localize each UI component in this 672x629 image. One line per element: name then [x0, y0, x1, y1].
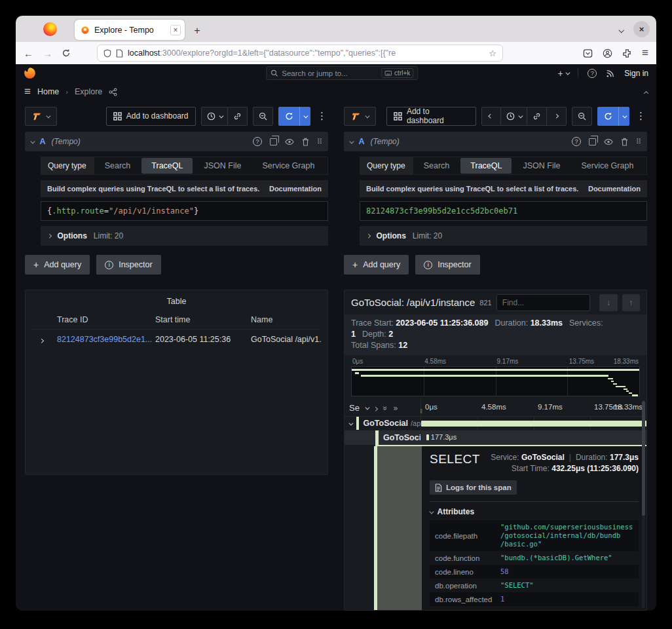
expand-all-icon[interactable]: »: [381, 406, 390, 410]
collapse-header-icon[interactable]: [645, 87, 648, 96]
time-picker-button[interactable]: [201, 107, 229, 126]
find-prev-button[interactable]: ↑: [622, 294, 640, 311]
span-collapse-icon[interactable]: [349, 421, 353, 425]
find-next-button[interactable]: ↓: [599, 294, 617, 311]
tab-json-file[interactable]: JSON File: [513, 158, 570, 174]
add-to-dashboard-button[interactable]: Add to dashboard: [106, 107, 196, 126]
documentation-link[interactable]: Documentation: [269, 185, 322, 193]
account-icon[interactable]: [603, 48, 612, 58]
tab-search[interactable]: Search: [95, 158, 141, 174]
span-row-root[interactable]: GoToSocial /api/v1/instance: [345, 417, 646, 430]
query-row-header[interactable]: A (Tempo) ? ⠿: [25, 132, 328, 151]
zoom-out-button[interactable]: [572, 107, 592, 126]
shield-icon[interactable]: [103, 49, 111, 58]
news-icon[interactable]: [606, 69, 615, 78]
search-input[interactable]: Search or jump to... ctrl+k: [266, 66, 418, 80]
help-icon[interactable]: ?: [588, 69, 597, 78]
copy-link-button[interactable]: [228, 107, 248, 126]
new-tab-button[interactable]: +: [190, 25, 204, 37]
panel-title[interactable]: Table: [32, 294, 321, 310]
inspector-button[interactable]: i Inspector: [96, 255, 160, 275]
traceql-query-input[interactable]: {.http.route = "/api/v1/instance"}: [41, 201, 328, 221]
column-header-name[interactable]: Name: [251, 315, 321, 324]
datasource-picker[interactable]: [344, 107, 376, 126]
row-expander-icon[interactable]: [32, 335, 57, 344]
add-query-button[interactable]: + Add query: [344, 255, 409, 275]
drag-handle-icon[interactable]: ⠿: [317, 138, 322, 146]
mega-menu-icon[interactable]: ≡: [24, 85, 31, 98]
grafana-logo[interactable]: [24, 67, 36, 79]
tab-json-file[interactable]: JSON File: [194, 158, 251, 174]
collapse-all-icon[interactable]: »: [394, 404, 398, 413]
zoom-out-button[interactable]: [253, 107, 273, 126]
list-tabs-icon[interactable]: [619, 24, 623, 35]
query-row-header[interactable]: A (Tempo) ? ⠿: [344, 132, 647, 151]
run-query-button[interactable]: [278, 107, 310, 126]
inspector-button[interactable]: i Inspector: [415, 255, 479, 275]
time-back-button[interactable]: [481, 107, 501, 126]
attributes-header[interactable]: Attributes: [430, 507, 639, 516]
options-row[interactable]: Options Limit: 20: [41, 226, 328, 246]
run-query-button[interactable]: [597, 107, 629, 126]
span-row-selected[interactable]: GoToSocial 177.3μs: [345, 430, 646, 445]
span-duration-bar[interactable]: [426, 434, 428, 440]
run-query-caret[interactable]: [618, 107, 629, 126]
pocket-icon[interactable]: [583, 48, 593, 58]
options-row[interactable]: Options Limit: 20: [360, 226, 647, 246]
back-icon[interactable]: ←: [24, 48, 33, 59]
trace-minimap[interactable]: 0μs4.58ms9.17ms13.75ms18.33ms: [351, 358, 640, 396]
documentation-link[interactable]: Documentation: [588, 185, 641, 193]
kebab-menu-icon[interactable]: ⋮: [635, 110, 647, 122]
breadcrumb-home[interactable]: Home: [37, 87, 59, 96]
extensions-icon[interactable]: [622, 48, 632, 58]
add-query-button[interactable]: + Add query: [25, 255, 90, 275]
traceql-query-input[interactable]: 82124873cf3e99b5d2e1cc5d2bc0eb71: [360, 201, 647, 221]
service-operation-header[interactable]: Se » » ‖: [345, 400, 421, 416]
new-menu-button[interactable]: +: [558, 68, 569, 79]
datasource-picker[interactable]: [25, 107, 57, 126]
tab-close-icon[interactable]: ×: [170, 25, 181, 35]
hide-query-icon[interactable]: [604, 138, 613, 145]
firefox-icon[interactable]: [43, 22, 57, 36]
duplicate-query-icon[interactable]: [589, 138, 596, 145]
minimap-canvas[interactable]: [351, 366, 640, 396]
page-info-icon[interactable]: [116, 49, 123, 58]
time-picker-button[interactable]: [501, 107, 528, 126]
query-help-icon[interactable]: ?: [253, 137, 262, 146]
copy-link-button[interactable]: [527, 107, 547, 126]
find-input[interactable]: Find...: [496, 294, 591, 311]
scrollbar-thumb[interactable]: [642, 401, 645, 516]
tab-service-graph[interactable]: Service Graph: [571, 158, 643, 174]
delete-query-icon[interactable]: [302, 138, 309, 146]
run-query-caret[interactable]: [299, 107, 310, 126]
forward-icon[interactable]: →: [43, 48, 52, 59]
kebab-menu-icon[interactable]: ⋮: [316, 110, 328, 122]
bookmark-star-icon[interactable]: ☆: [489, 48, 496, 58]
column-header-start-time[interactable]: Start time: [155, 315, 251, 324]
window-close-button[interactable]: ×: [633, 21, 650, 37]
duplicate-query-icon[interactable]: [270, 138, 277, 145]
tab-traceql[interactable]: TraceQL: [460, 158, 512, 174]
add-to-dashboard-button[interactable]: Add to dashboard: [386, 107, 476, 126]
span-duration-bar[interactable]: [421, 421, 646, 427]
drag-handle-icon[interactable]: ⠿: [636, 138, 641, 146]
menu-icon[interactable]: ≡: [642, 47, 648, 60]
span-timeline[interactable]: [421, 417, 646, 430]
tab-search[interactable]: Search: [414, 158, 460, 174]
hide-query-icon[interactable]: [285, 138, 294, 145]
tab-traceql[interactable]: TraceQL: [141, 158, 193, 174]
reload-icon[interactable]: [62, 48, 71, 58]
trace-scrollbar[interactable]: [642, 400, 645, 609]
sign-in-button[interactable]: Sign in: [624, 69, 648, 78]
trace-id-link[interactable]: 82124873cf3e99b5d2e1...: [57, 335, 155, 344]
expand-one-icon[interactable]: [374, 404, 377, 413]
delete-query-icon[interactable]: [621, 138, 628, 146]
logs-for-span-button[interactable]: Logs for this span: [430, 480, 517, 495]
span-timeline[interactable]: 177.3μs: [421, 430, 646, 445]
column-header-trace-id[interactable]: Trace ID: [57, 315, 155, 324]
query-help-icon[interactable]: ?: [572, 137, 581, 146]
browser-tab[interactable]: Explore - Tempo ×: [75, 20, 185, 40]
time-forward-button[interactable]: [547, 107, 567, 126]
url-input[interactable]: localhost:3000/explore?orgId=1&left={"da…: [97, 45, 503, 62]
tab-service-graph[interactable]: Service Graph: [252, 158, 324, 174]
